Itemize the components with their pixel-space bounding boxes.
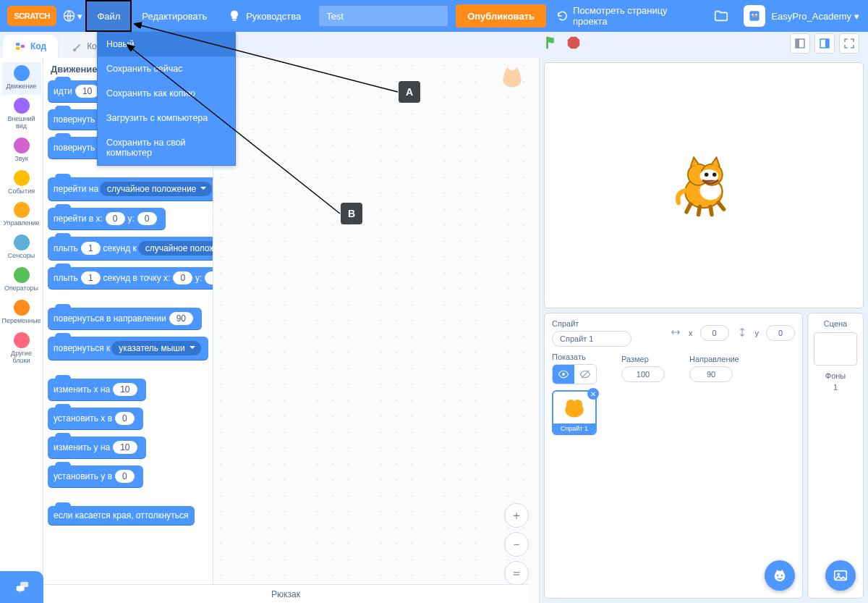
svg-line-37 bbox=[127, 45, 340, 214]
annotation-b: B bbox=[341, 203, 362, 224]
annotation-a: A bbox=[399, 81, 420, 103]
annotation-arrows bbox=[0, 0, 868, 603]
